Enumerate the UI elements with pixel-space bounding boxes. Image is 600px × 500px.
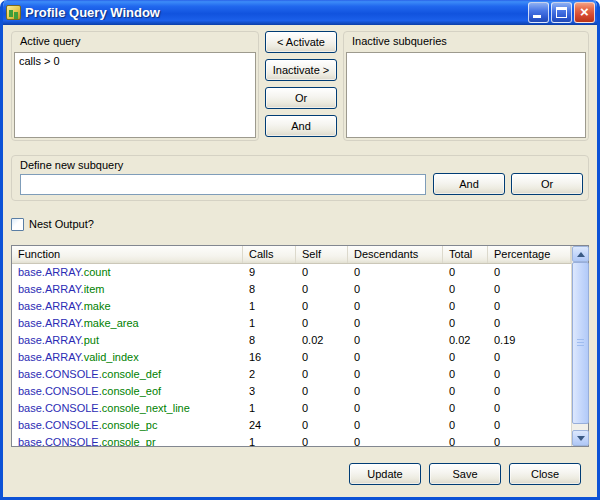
- column-header-self[interactable]: Self: [296, 246, 348, 263]
- function-cell: base.CONSOLE.console_next_line: [12, 400, 243, 417]
- app-icon: [6, 5, 21, 20]
- activate-button[interactable]: < Activate: [265, 31, 337, 53]
- profile-results-table: Function Calls Self Descendants Total Pe…: [11, 245, 589, 447]
- calls-cell: 16: [243, 349, 296, 366]
- function-cell: base.ARRAY.count: [12, 264, 243, 281]
- calls-cell: 8: [243, 281, 296, 298]
- total-cell: 0.02: [443, 332, 488, 349]
- update-button[interactable]: Update: [349, 463, 421, 485]
- nest-output-checkbox[interactable]: [11, 218, 24, 231]
- scroll-up-button[interactable]: [572, 246, 589, 262]
- inactive-subqueries-group: Inactive subqueries: [343, 31, 589, 141]
- table-body: base.ARRAY.count 9 0 0 0 0 base.ARRAY.it…: [12, 264, 571, 446]
- percentage-cell: 0: [488, 383, 571, 400]
- subquery-input[interactable]: [20, 174, 426, 195]
- maximize-button[interactable]: [551, 2, 572, 23]
- descendants-cell: 0: [348, 434, 443, 446]
- table-row[interactable]: base.ARRAY.put 8 0.02 0 0.02 0.19: [12, 332, 571, 349]
- calls-cell: 3: [243, 383, 296, 400]
- or-transfer-button[interactable]: Or: [265, 87, 337, 109]
- function-qualifier: base.CONSOLE.: [18, 368, 102, 380]
- total-cell: 0: [443, 281, 488, 298]
- scroll-down-button[interactable]: [572, 430, 589, 446]
- function-cell: base.ARRAY.make_area: [12, 315, 243, 332]
- descendants-cell: 0: [348, 332, 443, 349]
- calls-cell: 1: [243, 400, 296, 417]
- total-cell: 0: [443, 400, 488, 417]
- table-row[interactable]: base.ARRAY.item 8 0 0 0 0: [12, 281, 571, 298]
- close-dialog-button[interactable]: Close: [509, 463, 581, 485]
- descendants-cell: 0: [348, 349, 443, 366]
- minimize-button[interactable]: [528, 2, 549, 23]
- table-row[interactable]: base.ARRAY.valid_index 16 0 0 0 0: [12, 349, 571, 366]
- total-cell: 0: [443, 383, 488, 400]
- function-feature: console_next_line: [102, 402, 190, 414]
- total-cell: 0: [443, 298, 488, 315]
- total-cell: 0: [443, 315, 488, 332]
- inactivate-button[interactable]: Inactivate >: [265, 59, 337, 81]
- percentage-cell: 0: [488, 366, 571, 383]
- table-row[interactable]: base.ARRAY.make_area 1 0 0 0 0: [12, 315, 571, 332]
- function-feature: console_def: [102, 368, 161, 380]
- self-cell: 0: [296, 349, 348, 366]
- column-header-descendants[interactable]: Descendants: [348, 246, 443, 263]
- total-cell: 0: [443, 349, 488, 366]
- inactive-subqueries-list[interactable]: [346, 52, 586, 138]
- arrow-down-icon: [577, 436, 585, 441]
- table-row[interactable]: base.CONSOLE.console_pr 1 0 0 0 0: [12, 434, 571, 446]
- profile-query-window: Profile Query Window Active query calls …: [0, 0, 600, 500]
- percentage-cell: 0: [488, 417, 571, 434]
- nest-output-row: Nest Output?: [11, 217, 94, 231]
- table-row[interactable]: base.CONSOLE.console_def 2 0 0 0 0: [12, 366, 571, 383]
- self-cell: 0: [296, 383, 348, 400]
- total-cell: 0: [443, 417, 488, 434]
- active-query-item[interactable]: calls > 0: [15, 53, 255, 69]
- column-header-function[interactable]: Function: [12, 246, 243, 263]
- table-row[interactable]: base.ARRAY.make 1 0 0 0 0: [12, 298, 571, 315]
- percentage-cell: 0: [488, 298, 571, 315]
- scroll-thumb[interactable]: [572, 262, 589, 424]
- function-cell: base.ARRAY.make: [12, 298, 243, 315]
- active-query-group: Active query calls > 0: [11, 31, 259, 141]
- active-query-list[interactable]: calls > 0: [14, 52, 256, 138]
- table-row[interactable]: base.CONSOLE.console_eof 3 0 0 0 0: [12, 383, 571, 400]
- close-button[interactable]: [574, 2, 595, 23]
- descendants-cell: 0: [348, 366, 443, 383]
- table-scrollbar[interactable]: [571, 246, 588, 446]
- total-cell: 0: [443, 434, 488, 446]
- percentage-cell: 0: [488, 400, 571, 417]
- function-cell: base.CONSOLE.console_pc: [12, 417, 243, 434]
- table-header: Function Calls Self Descendants Total Pe…: [12, 246, 571, 264]
- and-transfer-button[interactable]: And: [265, 115, 337, 137]
- save-button[interactable]: Save: [429, 463, 501, 485]
- self-cell: 0: [296, 315, 348, 332]
- table-row[interactable]: base.ARRAY.count 9 0 0 0 0: [12, 264, 571, 281]
- column-header-percentage[interactable]: Percentage: [488, 246, 571, 263]
- or-define-button[interactable]: Or: [511, 173, 583, 195]
- function-qualifier: base.ARRAY.: [18, 334, 84, 346]
- percentage-cell: 0: [488, 315, 571, 332]
- active-query-label: Active query: [20, 35, 81, 47]
- table-row[interactable]: base.CONSOLE.console_pc 24 0 0 0 0: [12, 417, 571, 434]
- function-qualifier: base.CONSOLE.: [18, 436, 102, 446]
- titlebar[interactable]: Profile Query Window: [0, 0, 600, 25]
- self-cell: 0: [296, 434, 348, 446]
- percentage-cell: 0: [488, 281, 571, 298]
- table-row[interactable]: base.CONSOLE.console_next_line 1 0 0 0 0: [12, 400, 571, 417]
- function-cell: base.ARRAY.put: [12, 332, 243, 349]
- function-qualifier: base.ARRAY.: [18, 283, 84, 295]
- column-header-total[interactable]: Total: [443, 246, 488, 263]
- window-title: Profile Query Window: [25, 5, 528, 20]
- descendants-cell: 0: [348, 281, 443, 298]
- function-cell: base.CONSOLE.console_pr: [12, 434, 243, 446]
- function-qualifier: base.CONSOLE.: [18, 402, 102, 414]
- self-cell: 0: [296, 400, 348, 417]
- and-define-button[interactable]: And: [433, 173, 505, 195]
- define-subquery-label: Define new subquery: [20, 159, 123, 171]
- percentage-cell: 0: [488, 434, 571, 446]
- self-cell: 0: [296, 298, 348, 315]
- column-header-calls[interactable]: Calls: [243, 246, 296, 263]
- percentage-cell: 0.19: [488, 332, 571, 349]
- function-cell: base.CONSOLE.console_def: [12, 366, 243, 383]
- percentage-cell: 0: [488, 264, 571, 281]
